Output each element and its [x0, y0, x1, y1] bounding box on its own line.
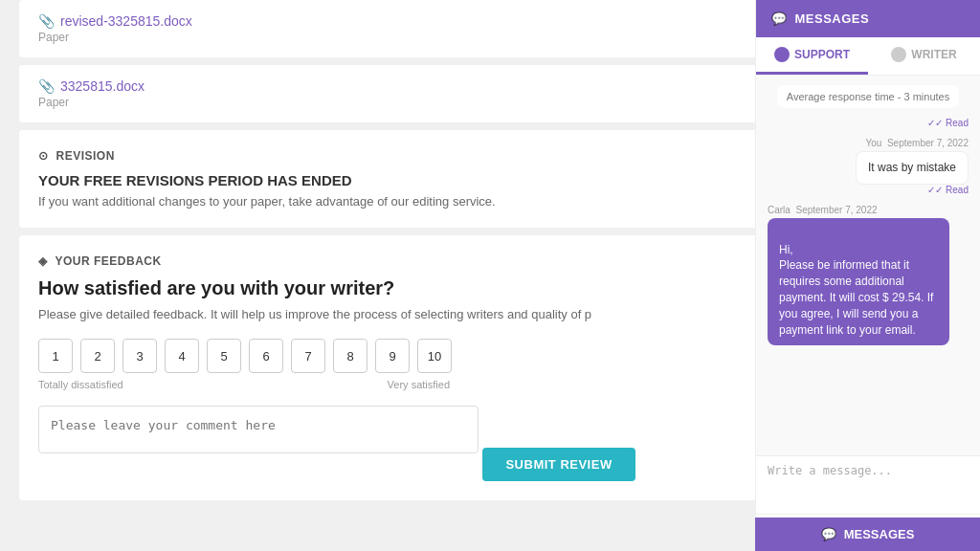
- file-info-1: 📎 revised-3325815.docx Paper: [38, 13, 192, 44]
- messages-tabs: SUPPORT WRITER: [756, 37, 980, 76]
- rating-btn-3[interactable]: 3: [122, 339, 157, 373]
- file-info-2: 📎 3325815.docx Paper: [38, 78, 145, 109]
- msg-carla-meta: Carla September 7, 2022: [768, 205, 878, 215]
- writer-icon: [891, 47, 906, 62]
- feedback-icon: ◈: [38, 254, 48, 268]
- submit-review-button[interactable]: SUBMIT REVIEW: [482, 448, 635, 481]
- rating-btn-5[interactable]: 5: [207, 339, 241, 373]
- rating-btn-10[interactable]: 10: [417, 339, 452, 373]
- rating-btn-7[interactable]: 7: [291, 339, 325, 373]
- rating-btn-4[interactable]: 4: [165, 339, 199, 373]
- rating-btn-8[interactable]: 8: [333, 339, 368, 373]
- rating-btn-9[interactable]: 9: [375, 339, 410, 373]
- msg-you-meta: You September 7, 2022: [866, 138, 969, 148]
- file-name-2[interactable]: 📎 3325815.docx: [38, 78, 145, 94]
- file-type-1: Paper: [38, 31, 192, 44]
- read-indicator-1: ✓✓ Read: [768, 118, 969, 128]
- read-indicator-2: ✓✓ Read: [927, 185, 969, 195]
- clip-icon-1: 📎: [38, 13, 55, 29]
- response-time-msg: Average response time - 3 minutes: [777, 85, 959, 108]
- file-type-2: Paper: [38, 96, 145, 109]
- rating-labels: Totally dissatisfied Very satisfied: [38, 379, 450, 390]
- msg-you-bubble: It was by mistake: [856, 151, 969, 185]
- messages-panel: 💬 MESSAGES SUPPORT WRITER Average respon…: [755, 0, 980, 551]
- tab-support[interactable]: SUPPORT: [756, 37, 868, 75]
- support-icon: [774, 47, 790, 62]
- comment-textarea[interactable]: [38, 406, 479, 453]
- messages-body: Average response time - 3 minutes ✓✓ Rea…: [756, 76, 980, 455]
- msg-carla: Carla September 7, 2022 Hi, Please be in…: [768, 205, 969, 346]
- rating-label-right: Very satisfied: [388, 379, 450, 390]
- msg-you: You September 7, 2022 It was by mistake …: [768, 138, 969, 195]
- messages-header: 💬 MESSAGES: [756, 0, 980, 37]
- bottom-messages-button[interactable]: 💬 MESSAGES: [755, 518, 980, 551]
- msg-carla-bubble: Hi, Please be informed that it requires …: [768, 218, 949, 346]
- rating-btn-6[interactable]: 6: [249, 339, 283, 373]
- file-name-1[interactable]: 📎 revised-3325815.docx: [38, 13, 192, 29]
- bottom-chat-icon: 💬: [821, 527, 836, 541]
- tab-writer[interactable]: WRITER: [868, 37, 980, 75]
- rating-btn-2[interactable]: 2: [80, 339, 115, 373]
- revision-icon: ⊙: [38, 149, 49, 163]
- messages-chat-icon: 💬: [771, 11, 788, 26]
- rating-btn-1[interactable]: 1: [38, 339, 73, 373]
- write-message-area[interactable]: [756, 455, 980, 514]
- write-message-input[interactable]: [768, 464, 969, 502]
- clip-icon-2: 📎: [38, 78, 55, 94]
- rating-label-left: Totally dissatisfied: [38, 379, 123, 390]
